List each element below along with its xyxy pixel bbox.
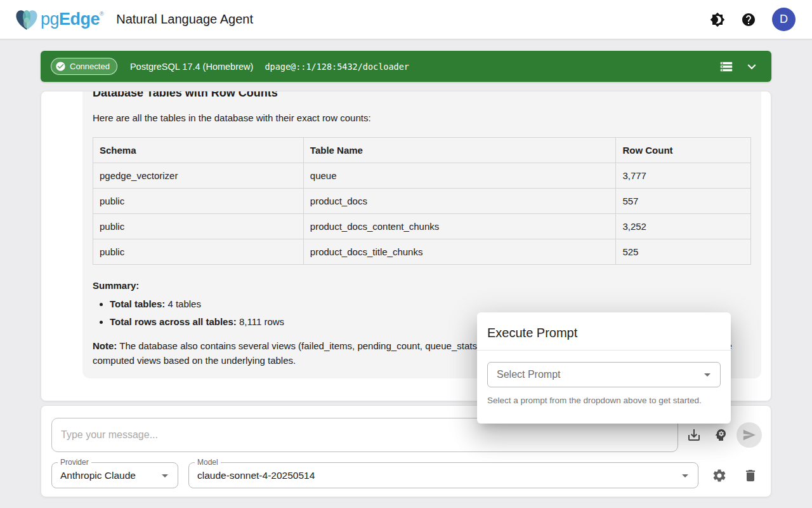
message-heading: Database Tables with Row Counts	[93, 91, 751, 100]
storage-icon[interactable]	[719, 60, 733, 74]
download-icon[interactable]	[686, 427, 702, 443]
cell-schema: public	[93, 214, 304, 239]
model-select[interactable]: Model claude-sonnet-4-20250514	[188, 462, 698, 488]
connection-bar-actions	[719, 58, 760, 75]
prompt-select-value: Select Prompt	[497, 369, 560, 380]
server-version: PostgreSQL 17.4 (Homebrew)	[130, 62, 254, 72]
page-title: Natural Language Agent	[116, 12, 253, 27]
summary-heading: Summary:	[93, 280, 751, 291]
cell-row-count: 557	[616, 189, 751, 214]
status-label: Connected	[70, 62, 110, 71]
avatar[interactable]: D	[772, 8, 796, 31]
cell-schema: pgedge_vectorizer	[93, 163, 304, 189]
row-counts-table: Schema Table Name Row Count pgedge_vecto…	[93, 137, 751, 265]
arrow-dropdown-icon	[678, 468, 693, 483]
dialog-divider	[477, 350, 731, 351]
connection-bar: Connected PostgreSQL 17.4 (Homebrew) dpa…	[41, 51, 771, 82]
cell-table-name: product_docs	[303, 189, 616, 214]
table-header-row: Schema Table Name Row Count	[93, 138, 751, 163]
dialog-helper-text: Select a prompt from the dropdown above …	[487, 396, 721, 405]
list-item: Total tables: 4 tables	[110, 298, 751, 309]
check-circle-icon	[55, 61, 66, 72]
chevron-down-icon[interactable]	[743, 58, 760, 75]
send-button[interactable]	[737, 422, 762, 448]
trash-icon[interactable]	[743, 468, 758, 483]
model-select-value: claude-sonnet-4-20250514	[197, 470, 315, 481]
pgedge-heart-icon	[14, 8, 39, 32]
provider-select[interactable]: Provider Anthropic Claude	[51, 462, 178, 488]
header-actions: D	[710, 8, 796, 31]
table-row: pgedge_vectorizer queue 3,777	[93, 163, 751, 189]
table-row: public product_docs_title_chunks 525	[93, 239, 751, 265]
connection-string: dpage@::1/128:5432/docloader	[265, 62, 409, 72]
arrow-dropdown-icon	[157, 468, 173, 483]
psychology-icon[interactable]	[713, 427, 728, 443]
pgedge-logo: pgEdge®	[14, 8, 103, 32]
arrow-dropdown-icon	[700, 367, 715, 382]
help-icon[interactable]	[741, 12, 756, 27]
column-header-row-count: Row Count	[616, 138, 751, 163]
table-row: public product_docs 557	[93, 189, 751, 214]
message-intro: Here are all the tables in the database …	[93, 112, 751, 123]
model-select-label: Model	[195, 458, 221, 467]
cell-table-name: product_docs_title_chunks	[303, 239, 616, 265]
column-header-schema: Schema	[93, 138, 304, 163]
provider-select-value: Anthropic Claude	[60, 470, 136, 481]
execute-prompt-dialog: Execute Prompt Select Prompt Select a pr…	[477, 312, 731, 424]
app-header: pgEdge® Natural Language Agent D	[0, 0, 812, 39]
settings-icon[interactable]	[712, 468, 727, 483]
column-header-table-name: Table Name	[303, 138, 616, 163]
cell-row-count: 525	[616, 239, 751, 265]
cell-schema: public	[93, 239, 304, 265]
cell-table-name: queue	[303, 163, 616, 189]
cell-table-name: product_docs_content_chunks	[303, 214, 616, 239]
table-row: public product_docs_content_chunks 3,252	[93, 214, 751, 239]
cell-row-count: 3,777	[616, 163, 751, 189]
dialog-title: Execute Prompt	[477, 312, 731, 350]
cell-row-count: 3,252	[616, 214, 751, 239]
cell-schema: public	[93, 189, 304, 214]
brightness-icon[interactable]	[710, 12, 725, 27]
prompt-select[interactable]: Select Prompt	[487, 362, 721, 387]
provider-select-label: Provider	[58, 458, 91, 467]
send-icon	[742, 428, 756, 442]
status-badge: Connected	[51, 58, 117, 75]
logo-wordmark: pgEdge®	[41, 11, 103, 28]
